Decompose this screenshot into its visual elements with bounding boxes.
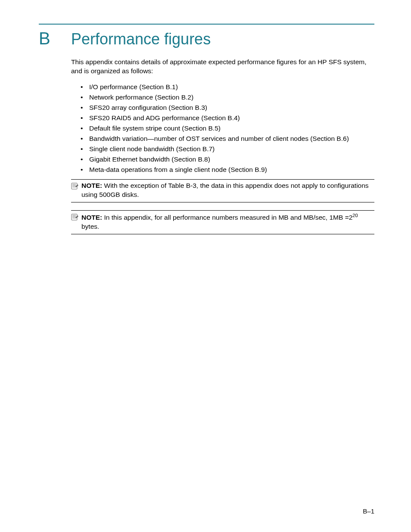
toc-item: Gigabit Ethernet bandwidth (Section B.8) xyxy=(81,154,374,165)
body-section: This appendix contains details of approx… xyxy=(71,58,374,175)
note-text: NOTE: In this appendix, for all performa… xyxy=(81,212,374,231)
toc-item: Bandwidth variation—number of OST servic… xyxy=(81,134,374,144)
note-label: NOTE: xyxy=(81,214,102,221)
note-block: NOTE: With the exception of Table B-3, t… xyxy=(71,179,374,202)
top-rule xyxy=(39,24,374,25)
note-body: With the exception of Table B-3, the dat… xyxy=(81,182,369,198)
toc-item: I/O performance (Section B.1) xyxy=(81,82,374,92)
intro-paragraph: This appendix contains details of approx… xyxy=(71,58,374,76)
page-content: B Performance figures This appendix cont… xyxy=(0,0,411,234)
toc-item: SFS20 array configuration (Section B.3) xyxy=(81,103,374,113)
note-body-prefix: In this appendix, for all performance nu… xyxy=(104,214,353,221)
appendix-letter: B xyxy=(39,29,71,48)
appendix-title: Performance figures xyxy=(71,30,211,48)
toc-list: I/O performance (Section B.1) Network pe… xyxy=(81,82,374,175)
note-text: NOTE: With the exception of Table B-3, t… xyxy=(81,181,374,199)
note-body-sup: 20 xyxy=(352,213,358,218)
note-block: NOTE: In this appendix, for all performa… xyxy=(71,210,374,234)
toc-item: SFS20 RAID5 and ADG performance (Section… xyxy=(81,113,374,123)
toc-item: Single client node bandwidth (Section B.… xyxy=(81,144,374,154)
note-label: NOTE: xyxy=(81,182,102,189)
note-icon xyxy=(71,213,79,221)
note-body-suffix: bytes. xyxy=(81,223,99,230)
page-number: B–1 xyxy=(363,507,374,515)
note-icon xyxy=(71,182,79,190)
appendix-heading: B Performance figures xyxy=(39,29,374,48)
toc-item: Default file system stripe count (Sectio… xyxy=(81,123,374,134)
toc-item: Meta-data operations from a single clien… xyxy=(81,165,374,175)
toc-item: Network performance (Section B.2) xyxy=(81,92,374,103)
